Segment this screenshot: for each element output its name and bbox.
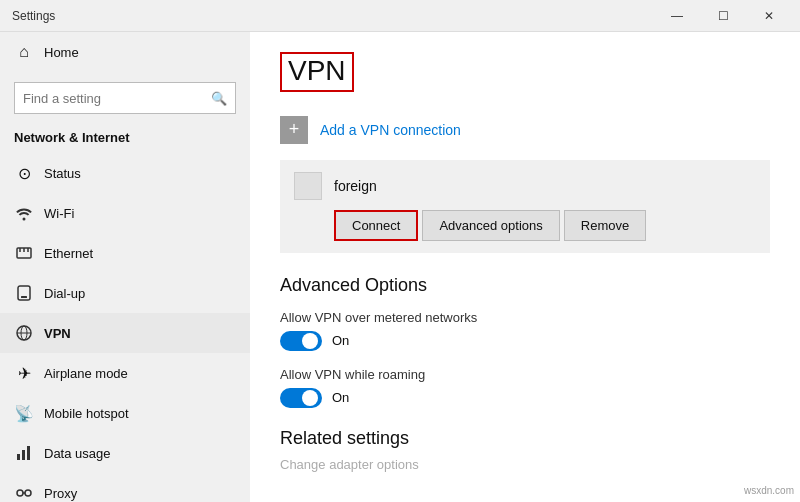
related-settings-title: Related settings: [280, 428, 770, 449]
hotspot-icon: 📡: [14, 403, 34, 423]
proxy-icon: [14, 483, 34, 502]
sidebar-item-label: Status: [44, 166, 81, 181]
sidebar-item-datausage[interactable]: Data usage: [0, 433, 250, 473]
svg-rect-9: [17, 454, 20, 460]
sidebar-item-label: VPN: [44, 326, 71, 341]
toggle-metered-state: On: [332, 333, 349, 348]
app-body: ⌂ Home 🔍 Network & Internet ⊙ Status Wi-…: [0, 32, 800, 502]
toggle-roaming-state: On: [332, 390, 349, 405]
remove-button[interactable]: Remove: [564, 210, 646, 241]
advanced-options-title: Advanced Options: [280, 275, 770, 296]
sidebar-item-dialup[interactable]: Dial-up: [0, 273, 250, 313]
option-row-roaming: Allow VPN while roaming On: [280, 367, 770, 408]
toggle-metered[interactable]: [280, 331, 322, 351]
app-title: Settings: [12, 9, 55, 23]
content-area: VPN + Add a VPN connection foreign Conne…: [250, 32, 800, 502]
page-title: VPN: [280, 52, 354, 92]
sidebar-item-hotspot[interactable]: 📡 Mobile hotspot: [0, 393, 250, 433]
search-icon: 🔍: [211, 91, 227, 106]
svg-rect-5: [21, 296, 27, 298]
sidebar-item-label: Airplane mode: [44, 366, 128, 381]
sidebar-item-label: Wi-Fi: [44, 206, 74, 221]
vpn-entry-icon: [294, 172, 322, 200]
option-metered-label: Allow VPN over metered networks: [280, 310, 770, 325]
sidebar-section-title: Network & Internet: [0, 124, 250, 153]
home-icon: ⌂: [14, 42, 34, 62]
search-input[interactable]: [23, 91, 211, 106]
sidebar-item-home[interactable]: ⌂ Home: [0, 32, 250, 72]
sidebar-item-label: Proxy: [44, 486, 77, 501]
sidebar-item-label: Dial-up: [44, 286, 85, 301]
ethernet-icon: [14, 243, 34, 263]
toggle-roaming[interactable]: [280, 388, 322, 408]
svg-rect-10: [22, 450, 25, 460]
sidebar-item-label: Ethernet: [44, 246, 93, 261]
sidebar-item-vpn[interactable]: VPN: [0, 313, 250, 353]
toggle-row-metered: On: [280, 331, 770, 351]
svg-rect-11: [27, 446, 30, 460]
dialup-icon: [14, 283, 34, 303]
add-vpn-label: Add a VPN connection: [320, 122, 461, 138]
datausage-icon: [14, 443, 34, 463]
close-button[interactable]: ✕: [746, 0, 792, 32]
wifi-icon: [14, 203, 34, 223]
option-roaming-label: Allow VPN while roaming: [280, 367, 770, 382]
vpn-icon: [14, 323, 34, 343]
vpn-entry: foreign Connect Advanced options Remove: [280, 160, 770, 253]
window-controls: — ☐ ✕: [654, 0, 792, 32]
advanced-options-button[interactable]: Advanced options: [422, 210, 559, 241]
connect-button[interactable]: Connect: [334, 210, 418, 241]
svg-point-12: [17, 490, 23, 496]
sidebar-item-proxy[interactable]: Proxy: [0, 473, 250, 502]
status-icon: ⊙: [14, 163, 34, 183]
airplane-icon: ✈: [14, 363, 34, 383]
change-adapter-link[interactable]: Change adapter options: [280, 457, 770, 472]
vpn-entry-header: foreign: [294, 172, 756, 200]
toggle-row-roaming: On: [280, 388, 770, 408]
sidebar-item-airplane[interactable]: ✈ Airplane mode: [0, 353, 250, 393]
sidebar-home-label: Home: [44, 45, 79, 60]
sidebar-item-label: Data usage: [44, 446, 111, 461]
add-icon: +: [280, 116, 308, 144]
sidebar-item-wifi[interactable]: Wi-Fi: [0, 193, 250, 233]
sidebar-item-label: Mobile hotspot: [44, 406, 129, 421]
minimize-button[interactable]: —: [654, 0, 700, 32]
watermark: wsxdn.com: [744, 485, 794, 496]
option-row-metered: Allow VPN over metered networks On: [280, 310, 770, 351]
svg-point-13: [25, 490, 31, 496]
maximize-button[interactable]: ☐: [700, 0, 746, 32]
vpn-buttons: Connect Advanced options Remove: [294, 210, 756, 241]
add-vpn-row[interactable]: + Add a VPN connection: [280, 116, 770, 144]
title-bar: Settings — ☐ ✕: [0, 0, 800, 32]
sidebar-search[interactable]: 🔍: [14, 82, 236, 114]
sidebar: ⌂ Home 🔍 Network & Internet ⊙ Status Wi-…: [0, 32, 250, 502]
sidebar-item-ethernet[interactable]: Ethernet: [0, 233, 250, 273]
sidebar-item-status[interactable]: ⊙ Status: [0, 153, 250, 193]
vpn-entry-name: foreign: [334, 178, 377, 194]
